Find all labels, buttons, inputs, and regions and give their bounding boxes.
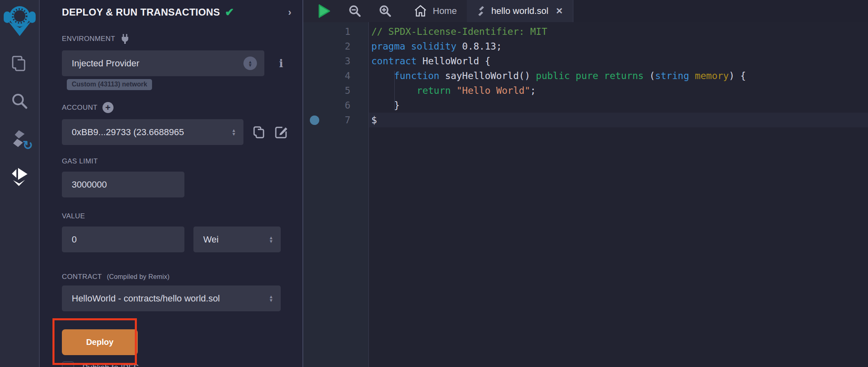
info-icon[interactable]: i [279, 57, 283, 70]
home-icon [414, 5, 427, 17]
panel-header: DEPLOY & RUN TRANSACTIONS ✔ › [62, 6, 291, 19]
chevron-right-icon[interactable]: › [288, 7, 291, 18]
tab-home-label: Home [433, 6, 457, 16]
contract-select[interactable]: HelloWorld - contracts/hello world.sol ▲… [62, 285, 281, 311]
copy-account-icon[interactable] [253, 126, 265, 139]
select-caret-icon: ▲▼ [228, 129, 236, 136]
code-line[interactable]: // SPDX-License-Identifier: MIT [371, 24, 868, 39]
gas-limit-label: GAS LIMIT [62, 157, 302, 165]
select-caret-icon: ▲▼ [266, 236, 273, 243]
tab-home[interactable]: Home [404, 0, 467, 22]
check-icon: ✔ [225, 6, 234, 19]
publish-ipfs-label: Publish to IPFS [82, 363, 139, 367]
activity-bar: ↻ [0, 0, 40, 367]
editor-topbar: Home hello world.sol ✕ [303, 0, 868, 22]
code-line[interactable]: function sayHelloWorld() public pure ret… [371, 68, 868, 83]
line-number[interactable]: 1 [303, 24, 368, 39]
run-script-icon[interactable] [317, 4, 331, 18]
file-explorer-icon[interactable] [10, 54, 29, 73]
code-line[interactable]: pragma solidity 0.8.13; [371, 39, 868, 54]
code-editor[interactable]: 1234567 // SPDX-License-Identifier: MITp… [303, 22, 868, 367]
code-area[interactable]: // SPDX-License-Identifier: MITpragma so… [369, 22, 868, 367]
tab-file-label: hello world.sol [491, 6, 548, 16]
line-number[interactable]: 4 [303, 68, 368, 83]
remix-logo-icon[interactable] [3, 2, 36, 37]
select-caret-icon: ▲▼ [243, 57, 257, 70]
line-number[interactable]: 6 [303, 98, 368, 113]
environment-label: ENVIRONMENT [62, 34, 302, 44]
editor-region: Home hello world.sol ✕ 1234567 // SPDX-L… [303, 0, 868, 367]
compiler-refresh-icon: ↻ [23, 139, 33, 152]
solidity-file-icon [477, 6, 486, 16]
environment-select[interactable]: Injected Provider ▲▼ [62, 50, 264, 76]
contract-note: (Compiled by Remix) [107, 273, 170, 281]
contract-label: CONTRACT (Compiled by Remix) [62, 273, 302, 281]
value-label: VALUE [62, 212, 302, 220]
tab-hello-world-sol[interactable]: hello world.sol ✕ [467, 0, 573, 22]
value-unit-select[interactable]: Wei ▲▼ [193, 227, 281, 252]
code-line[interactable]: return "Hello World"; [371, 83, 868, 98]
panel-title: DEPLOY & RUN TRANSACTIONS [62, 7, 220, 18]
search-icon[interactable] [10, 92, 29, 111]
code-line[interactable]: contract HelloWorld { [371, 54, 868, 68]
network-badge: Custom (43113) network [67, 79, 152, 90]
zoom-in-icon[interactable] [379, 5, 392, 18]
close-tab-icon[interactable]: ✕ [556, 6, 563, 16]
account-label: ACCOUNT + [62, 102, 302, 113]
line-number[interactable]: 2 [303, 39, 368, 54]
tabbar-empty-space [573, 0, 868, 22]
publish-ipfs-checkbox[interactable] [62, 361, 74, 367]
line-number[interactable]: 3 [303, 54, 368, 68]
deploy-run-panel: DEPLOY & RUN TRANSACTIONS ✔ › ENVIRONMEN… [40, 0, 303, 367]
deploy-button[interactable]: Deploy [62, 329, 138, 355]
gas-limit-input[interactable]: 3000000 [62, 172, 184, 197]
code-line[interactable]: $ [371, 113, 868, 127]
add-account-icon[interactable]: + [102, 102, 114, 113]
value-input[interactable]: 0 [62, 227, 184, 252]
deploy-and-run-icon[interactable] [10, 167, 29, 186]
account-select[interactable]: 0xBB9...29733 (23.6688965 ▲▼ [62, 119, 243, 145]
edit-account-icon[interactable] [275, 126, 288, 139]
code-line[interactable]: } [371, 98, 868, 113]
line-number[interactable]: 5 [303, 83, 368, 98]
plug-icon [120, 34, 130, 44]
breakpoint-dot[interactable] [310, 116, 319, 125]
editor-gutter: 1234567 [303, 22, 369, 367]
select-caret-icon: ▲▼ [266, 295, 273, 302]
zoom-out-icon[interactable] [348, 5, 361, 18]
solidity-compiler-icon[interactable]: ↻ [10, 129, 29, 148]
